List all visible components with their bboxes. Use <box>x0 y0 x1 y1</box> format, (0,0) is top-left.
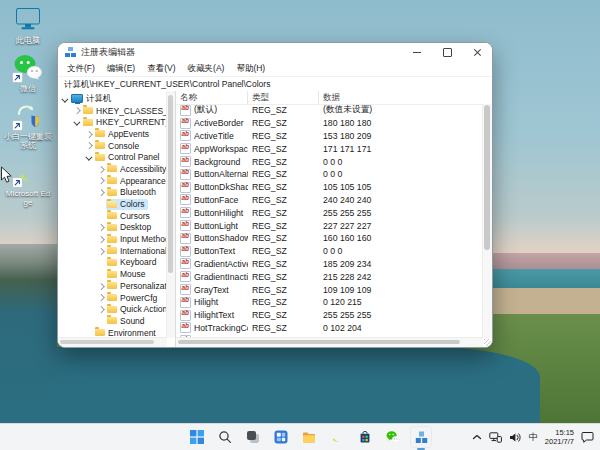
scrollbar-thumb[interactable] <box>168 95 173 273</box>
tree-item[interactable]: Cursors <box>58 210 167 222</box>
column-header[interactable]: 数据 <box>319 91 492 104</box>
taskbar-registry-editor-button[interactable] <box>410 426 432 448</box>
expander-icon[interactable] <box>97 237 106 242</box>
list-horizontal-scrollbar[interactable] <box>176 337 483 347</box>
tree-item[interactable]: Keyboard <box>58 257 167 269</box>
menu-item[interactable]: 文件(F) <box>61 61 101 76</box>
menu-item[interactable]: 编辑(E) <box>101 61 141 76</box>
address-bar[interactable]: 计算机\HKEY_CURRENT_USER\Control Panel\Colo… <box>58 76 492 92</box>
expander-icon[interactable] <box>85 132 94 137</box>
network-icon[interactable] <box>489 432 502 443</box>
menu-item[interactable]: 收藏夹(A) <box>182 61 231 76</box>
expander-icon[interactable] <box>73 108 82 113</box>
tree-item[interactable]: Personalization <box>58 280 167 292</box>
scrollbar-thumb[interactable] <box>484 105 490 250</box>
taskbar-wechat-button[interactable] <box>382 426 404 448</box>
registry-value-row[interactable]: (默认) REG_SZ (数值未设置) <box>176 104 483 117</box>
registry-value-row[interactable]: ActiveBorder REG_SZ 180 180 180 <box>176 117 483 130</box>
tree-item[interactable]: Console <box>58 140 167 152</box>
tree-item[interactable]: Accessibility <box>58 163 167 175</box>
scrollbar-thumb[interactable] <box>178 340 460 344</box>
tree-item[interactable]: Appearance <box>58 175 167 187</box>
expander-icon[interactable] <box>97 202 106 206</box>
tree-item[interactable]: Quick Actions <box>58 303 167 315</box>
expander-icon[interactable] <box>97 319 106 323</box>
taskbar-edge-button[interactable] <box>326 426 348 448</box>
expander-icon[interactable] <box>97 307 106 312</box>
expander-icon[interactable] <box>85 143 94 148</box>
taskbar-start-button[interactable] <box>186 426 208 448</box>
expander-icon[interactable] <box>85 155 94 160</box>
ime-indicator[interactable]: 中 <box>529 431 538 444</box>
expander-icon[interactable] <box>85 331 94 335</box>
expander-icon[interactable] <box>97 214 106 218</box>
desktop-icon-wechat[interactable]: 微信 <box>4 54 52 93</box>
expander-icon[interactable] <box>97 295 106 300</box>
menu-item[interactable]: 查看(V) <box>141 61 181 76</box>
expander-icon[interactable] <box>73 120 82 125</box>
tree-item[interactable]: Control Panel <box>58 151 167 163</box>
registry-value-row[interactable]: GradientActive... REG_SZ 185 209 234 <box>176 258 483 271</box>
registry-value-row[interactable]: ButtonHilight REG_SZ 255 255 255 <box>176 206 483 219</box>
expander-icon[interactable] <box>97 167 106 172</box>
registry-value-row[interactable]: ButtonLight REG_SZ 227 227 227 <box>176 219 483 232</box>
volume-icon[interactable] <box>509 432 522 443</box>
resize-grip[interactable] <box>484 339 491 346</box>
hidden-icons-chevron-icon[interactable] <box>472 433 482 441</box>
expander-icon[interactable] <box>97 261 106 265</box>
registry-value-row[interactable]: Background REG_SZ 0 0 0 <box>176 155 483 168</box>
column-header[interactable]: 名称 <box>176 91 248 104</box>
tree-item[interactable]: International <box>58 245 167 257</box>
registry-value-row[interactable]: HotTrackingCo... REG_SZ 0 102 204 <box>176 322 483 335</box>
tree-item[interactable]: Sound <box>58 315 167 327</box>
tree-horizontal-scrollbar[interactable] <box>58 337 167 347</box>
expander-icon[interactable] <box>97 272 106 276</box>
expander-icon[interactable] <box>61 97 70 102</box>
expander-icon[interactable] <box>97 225 106 230</box>
menu-item[interactable]: 帮助(H) <box>230 61 271 76</box>
taskbar-store-button[interactable] <box>354 426 376 448</box>
expander-icon[interactable] <box>97 284 106 289</box>
tree-vertical-scrollbar[interactable] <box>166 91 175 338</box>
registry-value-row[interactable]: HilightText REG_SZ 255 255 255 <box>176 309 483 322</box>
title-bar[interactable]: 注册表编辑器 <box>58 43 492 61</box>
registry-value-row[interactable]: ButtonShadow REG_SZ 160 160 160 <box>176 232 483 245</box>
tree-item[interactable]: 计算机 <box>58 93 167 105</box>
registry-value-row[interactable]: GradientInactiv... REG_SZ 215 228 242 <box>176 270 483 283</box>
column-header[interactable]: 类型 <box>248 91 319 104</box>
tree-item[interactable]: AppEvents <box>58 128 167 140</box>
taskbar-widgets-button[interactable] <box>270 426 292 448</box>
tree-item[interactable]: HKEY_CLASSES_ROOT <box>58 105 167 117</box>
tree-item[interactable]: Bluetooth <box>58 187 167 199</box>
registry-value-row[interactable]: ButtonDkShad... REG_SZ 105 105 105 <box>176 181 483 194</box>
tree-item[interactable]: Desktop <box>58 222 167 234</box>
scrollbar-thumb[interactable] <box>60 340 154 344</box>
desktop-icon-edge[interactable]: Microsoft Edge <box>4 159 52 207</box>
tree-item[interactable]: HKEY_CURRENT_USER <box>58 116 167 128</box>
notification-center-icon[interactable] <box>581 431 594 443</box>
tree-item[interactable]: Input Method <box>58 233 167 245</box>
expander-icon[interactable] <box>97 178 106 183</box>
registry-value-row[interactable]: GrayText REG_SZ 109 109 109 <box>176 283 483 296</box>
list-vertical-scrollbar[interactable] <box>482 104 492 338</box>
registry-value-row[interactable]: ActiveTitle REG_SZ 153 180 209 <box>176 130 483 143</box>
minimize-button[interactable] <box>402 43 432 61</box>
registry-value-row[interactable]: AppWorkspace REG_SZ 171 171 171 <box>176 142 483 155</box>
close-button[interactable] <box>462 43 492 61</box>
expander-icon[interactable] <box>97 249 106 254</box>
registry-value-row[interactable]: ButtonFace REG_SZ 240 240 240 <box>176 194 483 207</box>
registry-value-row[interactable]: ButtonAlternat... REG_SZ 0 0 0 <box>176 168 483 181</box>
taskbar-search-button[interactable] <box>214 426 236 448</box>
tree-item[interactable]: PowerCfg <box>58 292 167 304</box>
taskbar-task-view-button[interactable] <box>242 426 264 448</box>
registry-value-row[interactable]: Hilight REG_SZ 0 120 215 <box>176 296 483 309</box>
desktop-icon-this-pc[interactable]: 此电脑 <box>4 6 52 45</box>
taskbar-file-explorer-button[interactable] <box>298 426 320 448</box>
maximize-button[interactable] <box>432 43 462 61</box>
expander-icon[interactable] <box>97 190 106 195</box>
clock[interactable]: 15:15 2021/7/7 <box>545 428 574 446</box>
tree-item[interactable]: Mouse <box>58 268 167 280</box>
registry-value-row[interactable]: ButtonText REG_SZ 0 0 0 <box>176 245 483 258</box>
tree-item[interactable]: Colors <box>58 198 167 210</box>
desktop-icon-xiaobai[interactable]: 小白一键重装系统 <box>4 102 52 150</box>
